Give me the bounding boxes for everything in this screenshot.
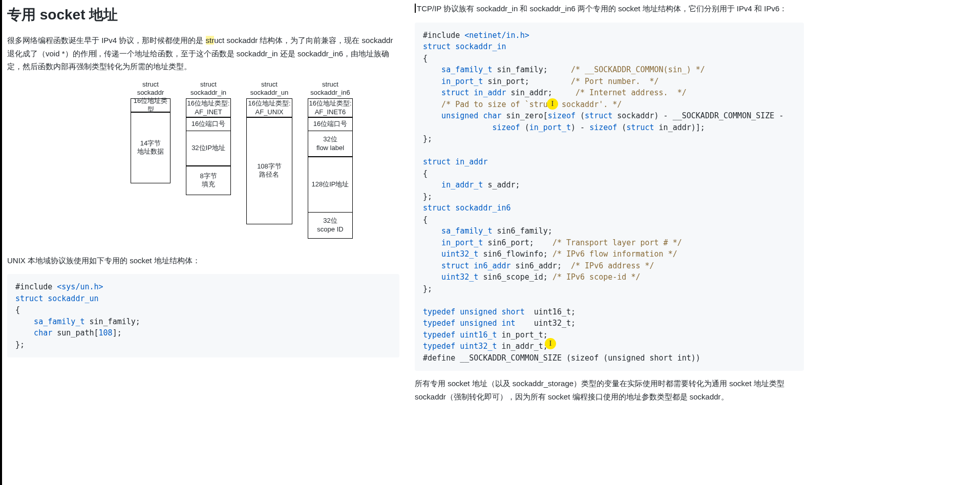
unix-subhead: UNIX 本地域协议族使用如下专用的 socket 地址结构体： (7, 254, 399, 267)
code-kw: struct (15, 294, 43, 303)
code-text: in_port_t (529, 123, 571, 132)
code-kw: unsigned (455, 307, 497, 317)
code-text: }; (15, 340, 25, 349)
code-kw: struct (423, 88, 469, 97)
diagram-cell: 16位端口号 (308, 117, 353, 131)
code-comment: /* IPv6 address */ (571, 261, 654, 270)
left-column: 专用 socket 地址 很多网络编程函数诞生早于 IPv4 协议，那时候都使用… (0, 0, 404, 485)
code-text: { (15, 305, 20, 314)
code-text: sa_family_t (423, 65, 492, 74)
highlight: str (206, 36, 215, 45)
code-kw: char (478, 111, 501, 120)
code-text: ]; (113, 328, 122, 338)
code-text: ) - (571, 123, 589, 132)
code-text: }; (423, 134, 432, 143)
code-comment: /* Port number. */ (571, 77, 659, 86)
code-text: uint32_t; (516, 319, 576, 328)
code-num: 108 (99, 328, 113, 338)
code-kw: short (497, 307, 525, 317)
code-text: sun_path[ (52, 328, 98, 338)
intro-paragraph: 很多网络编程函数诞生早于 IPv4 协议，那时候都使用的是 struct soc… (7, 34, 399, 73)
code-kw: struct (423, 42, 451, 51)
code-kw: unsigned (455, 319, 497, 328)
code-text: s_addr; (483, 180, 520, 189)
code-text: sockaddr) - __SOCKADDR_COMMON_SIZE - (612, 111, 783, 120)
code-text: sin6_family; (492, 226, 552, 236)
code-text: #include (423, 31, 464, 40)
diagram-cell: 16位地址类型: AF_INET6 (308, 98, 353, 118)
code-text: in_addr (469, 88, 506, 97)
code-text: #include (15, 282, 57, 291)
code-text: uint16_t (455, 330, 497, 340)
diagram-column: struct sockaddr_un16位地址类型: AF_UNIX108字节 … (246, 80, 292, 239)
code-text: uint16_t; (525, 307, 576, 317)
diagram-cell: 16位地址类型: AF_UNIX (246, 98, 292, 118)
code-text: }; (423, 192, 432, 201)
code-comment: /* IPv6 scope-id */ (552, 272, 641, 282)
code-text: #define __SOCKADDR_COMMON_SIZE (sizeof (… (423, 353, 700, 363)
code-sockaddr-in: #include <netinet/in.h> struct sockaddr_… (415, 23, 804, 371)
code-text: in_addr)]; (654, 123, 705, 132)
diagram-cell: 16位端口号 (186, 117, 231, 131)
code-comment: /* Pad to size of `struct sockaddr'. */ (423, 100, 622, 109)
code-kw: char (15, 328, 52, 338)
diagram-cell: 32位 flow label (308, 131, 353, 157)
code-comment: /* __SOCKADDR_COMMON(sin_) */ (571, 65, 705, 74)
text: 很多网络编程函数诞生早于 IPv4 协议，那时候都使用的是 (7, 36, 206, 45)
code-text: sin6_flowinfo; (478, 249, 552, 259)
diagram-cell: 128位IP地址 (308, 156, 353, 213)
code-kw: typedef (423, 319, 455, 328)
code-comment: /* Internet address. */ (576, 88, 687, 97)
code-text: sin_family; (492, 65, 571, 74)
code-text: sockaddr_un (43, 294, 98, 303)
code-kw: struct (423, 157, 451, 166)
code-text: sin_port; (483, 77, 571, 86)
diagram-cell: 108字节 路径名 (246, 117, 292, 224)
code-text: ( (617, 123, 626, 132)
diagram-column-title: struct sockaddr_un (246, 80, 292, 97)
struct-diagram: struct sockaddr16位地址类型14字节 地址数据struct so… (84, 80, 399, 239)
right-column: TCP/IP 协议族有 sockaddr_in 和 sockaddr_in6 两… (410, 0, 809, 485)
code-text: sa_family_t (423, 226, 492, 236)
code-kw: typedef (423, 342, 455, 351)
diagram-cell: 14字节 地址数据 (131, 112, 171, 183)
code-text: { (423, 169, 428, 178)
code-text: }; (423, 284, 432, 293)
code-text: uint32_t (423, 249, 478, 259)
code-text: in_port_t (423, 77, 483, 86)
code-text: <sys/un.h> (57, 282, 103, 291)
diagram-cell: 16位地址类型 (131, 98, 171, 113)
diagram-column-title: struct sockaddr (131, 80, 171, 97)
diagram-column-title: struct sockaddr_in (186, 80, 231, 97)
diagram-column: struct sockaddr_in16位地址类型: AF_INET16位端口号… (186, 80, 231, 239)
code-text: uint32_t (423, 272, 478, 282)
code-text: sin_zero[ (502, 111, 548, 120)
code-comment: /* IPv6 flow information */ (552, 249, 677, 259)
code-kw: struct (585, 111, 612, 120)
code-text: sin_addr; (506, 88, 576, 97)
diagram-column-title: struct sockaddr_in6 (308, 80, 353, 97)
code-kw: typedef (423, 307, 455, 317)
code-kw: struct (423, 203, 451, 213)
code-text: <netinet/in.h> (464, 31, 529, 40)
diagram-cell: 32位IP地址 (186, 131, 231, 166)
code-kw: struct (626, 123, 654, 132)
code-kw: sizeof (589, 123, 617, 132)
code-text: sa_family_t (15, 317, 84, 326)
diagram-cell: 16位地址类型: AF_INET (186, 98, 231, 118)
code-text: uint32_t (455, 342, 497, 351)
code-text: sockaddr_in (451, 42, 506, 51)
code-text: sockaddr_in6 (451, 203, 510, 213)
code-text: sin6_scope_id; (478, 272, 552, 282)
code-text: in_port_t; (497, 330, 548, 340)
code-sockaddr-un: #include <sys/un.h> struct sockaddr_un {… (7, 274, 399, 357)
code-text: in_addr (451, 157, 487, 166)
diagram-column: struct sockaddr_in616位地址类型: AF_INET616位端… (308, 80, 353, 239)
code-text: sin6_addr; (511, 261, 571, 270)
code-comment: /* Transport layer port # */ (552, 238, 682, 247)
text-caret (415, 4, 416, 13)
code-text: { (423, 215, 428, 224)
code-wrapper: I I #include <netinet/in.h> struct socka… (415, 23, 804, 371)
code-text: sin_family; (84, 317, 140, 326)
code-text: { (423, 54, 428, 63)
